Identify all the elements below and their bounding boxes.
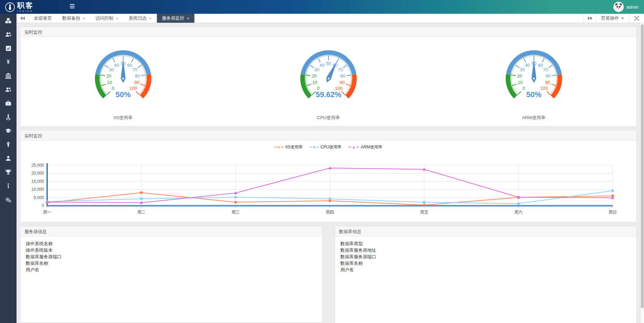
sidebar-item-7[interactable]	[0, 96, 17, 110]
svg-text:90: 90	[340, 80, 344, 85]
sidebar-item-6[interactable]	[0, 83, 17, 96]
sidebar-item-3[interactable]	[0, 41, 17, 55]
avatar[interactable]	[613, 2, 624, 12]
panel-title: 实时监控	[20, 131, 636, 140]
check-square-icon	[6, 45, 11, 51]
sidebar-item-5[interactable]	[0, 69, 17, 83]
svg-text:100: 100	[540, 86, 548, 91]
gauge-panel: 实时监控 010203040506070809010050% IIS使用率 01…	[20, 27, 637, 127]
svg-text:80: 80	[135, 73, 140, 79]
svg-text:50: 50	[326, 61, 331, 66]
db-info-row: 数据库服务器端口	[341, 253, 631, 260]
yen-icon: ¥	[5, 59, 11, 65]
gauge-caption: CPU使用率	[317, 115, 340, 121]
close-icon[interactable]: ×	[83, 16, 85, 21]
scrollbar-thumb[interactable]	[641, 24, 644, 308]
sidebar-item-13[interactable]	[0, 179, 17, 193]
svg-text:10: 10	[517, 80, 522, 85]
sidebar-item-1[interactable]	[0, 14, 17, 28]
sidebar-item-2[interactable]	[0, 28, 17, 41]
usage-line-chart: 05,00010,00015,00020,00025,000周一周二周三周四周五…	[20, 152, 636, 222]
svg-text:周六: 周六	[514, 210, 523, 215]
tab-access-control[interactable]: 访问控制 ×	[90, 14, 124, 23]
brand-name: 职客	[17, 2, 34, 9]
series-marker-icon: ■	[313, 145, 315, 149]
svg-text:70: 70	[543, 67, 548, 72]
brand-logo[interactable]: 职客 IZHIKE	[5, 2, 34, 12]
vertical-scrollbar[interactable]	[640, 23, 644, 323]
tab-operations-dropdown[interactable]: 页签操作	[596, 14, 629, 23]
legend-item-iis[interactable]: ● IIS使用率	[275, 144, 303, 150]
svg-text:100: 100	[129, 86, 137, 91]
navbar-decoration	[351, 0, 544, 14]
svg-text:25,000: 25,000	[31, 163, 44, 168]
user-icon	[5, 155, 11, 162]
legend-item-cpu[interactable]: ■ CPU使用率	[310, 144, 342, 150]
users-icon	[5, 31, 11, 38]
fullscreen-button[interactable]	[629, 14, 644, 23]
server-info-panel: 服务器信息 操作系统名称 操作系统版本 数据库服务器端口 数据库名称 用户名	[20, 226, 322, 323]
server-info-row: 用户名	[26, 267, 316, 273]
main-content: 实时监控 010203040506070809010050% IIS使用率 01…	[17, 23, 640, 323]
tab-data-backup[interactable]: 数据备份 ×	[57, 14, 90, 23]
panda-avatar-icon	[614, 2, 623, 11]
panel-title: 实时监控	[20, 27, 636, 37]
scroll-tabs-right-button[interactable]	[583, 14, 596, 23]
sidebar-item-10[interactable]	[0, 138, 17, 152]
scroll-tabs-left-button[interactable]	[17, 14, 29, 23]
tab-bar: 欢迎首页 数据备份 × 访问控制 × 系统日志 × 服务器监控 × 页签操作	[17, 14, 644, 23]
svg-text:40: 40	[319, 63, 324, 68]
svg-text:周四: 周四	[326, 210, 334, 215]
close-icon[interactable]: ×	[149, 16, 152, 21]
tab-label: 数据备份	[62, 15, 80, 21]
panel-title: 服务器信息	[20, 226, 322, 236]
sidebar-item-11[interactable]	[0, 152, 17, 165]
tab-system-log[interactable]: 系统日志 ×	[124, 14, 157, 23]
svg-text:¥: ¥	[7, 59, 10, 65]
sidebar-item-9[interactable]	[0, 124, 17, 138]
db-info-row: 数据库名称	[341, 260, 631, 267]
svg-text:80: 80	[546, 73, 550, 79]
server-info-row: 数据库名称	[26, 260, 316, 267]
server-info-row: 操作系统名称	[26, 240, 316, 247]
username[interactable]: admin	[626, 4, 638, 10]
cogs-icon	[5, 197, 11, 203]
tab-label: 访问控制	[96, 15, 114, 21]
graduation-cap-icon	[5, 128, 11, 134]
double-chevron-right-icon	[588, 17, 592, 20]
svg-text:20: 20	[517, 73, 522, 79]
legend-item-arm[interactable]: ▲ ARM使用率	[348, 144, 383, 150]
close-icon[interactable]: ×	[187, 16, 190, 21]
svg-text:40: 40	[114, 63, 119, 68]
sidebar-item-4[interactable]: ¥	[0, 55, 17, 69]
bank-icon	[5, 73, 11, 79]
sidebar-toggle-button[interactable]	[70, 4, 75, 9]
svg-text:90: 90	[545, 80, 550, 85]
db-info-row: 数据库服务器地址	[341, 247, 631, 253]
sidebar-item-14[interactable]	[0, 193, 17, 207]
db-info-row: 数据库类型	[341, 240, 631, 247]
close-icon[interactable]: ×	[116, 16, 119, 21]
sidebar-item-8[interactable]	[0, 110, 17, 124]
svg-text:周五: 周五	[420, 210, 428, 215]
child-icon	[5, 142, 11, 148]
svg-text:80: 80	[340, 73, 345, 79]
svg-text:0: 0	[42, 203, 44, 208]
legend-label: ARM使用率	[361, 144, 383, 150]
svg-text:周三: 周三	[232, 210, 240, 215]
svg-text:60: 60	[538, 63, 543, 68]
tab-welcome-home[interactable]: 欢迎首页	[29, 14, 57, 23]
sidebar-item-12[interactable]	[0, 165, 17, 179]
svg-text:70: 70	[132, 67, 137, 72]
line-chart-panel: 实时监控 ● IIS使用率 ■ CPU使用率 ▲ ARM使用率 05,00010…	[20, 130, 637, 222]
svg-text:0: 0	[111, 86, 114, 91]
svg-text:90: 90	[134, 80, 139, 85]
tab-list: 欢迎首页 数据备份 × 访问控制 × 系统日志 × 服务器监控 ×	[29, 14, 583, 23]
tab-label: 系统日志	[129, 15, 147, 21]
svg-text:10,000: 10,000	[31, 187, 44, 192]
database-info-panel: 数据库信息 数据库类型 数据库服务器地址 数据库服务器端口 数据库名称 用户名	[335, 226, 637, 323]
chart-legend: ● IIS使用率 ■ CPU使用率 ▲ ARM使用率	[20, 143, 636, 152]
brand-tie-icon	[5, 2, 15, 12]
gauge-caption: IIS使用率	[114, 115, 132, 121]
tab-server-monitor[interactable]: 服务器监控 ×	[157, 14, 195, 23]
